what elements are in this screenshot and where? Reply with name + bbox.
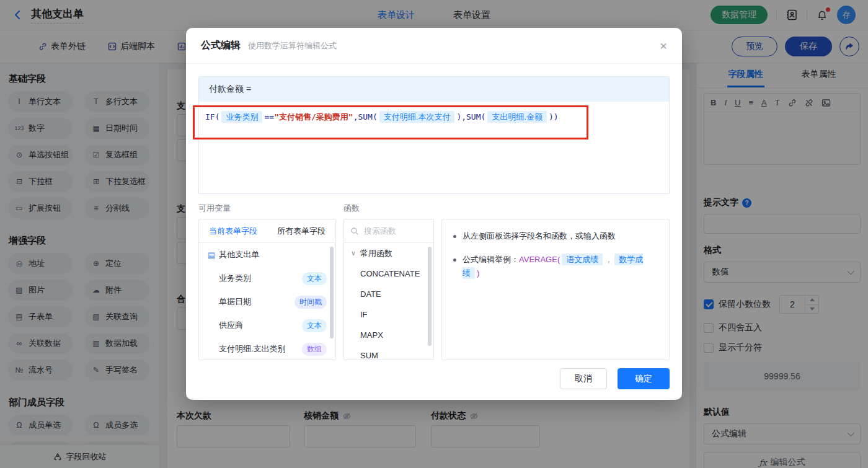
function-name: DATE xyxy=(360,289,381,299)
function-item[interactable]: MAPX xyxy=(344,325,433,345)
formula-target-field: 付款金额 = xyxy=(199,77,669,102)
function-item[interactable]: SUM xyxy=(344,345,433,360)
document-icon: ▤ xyxy=(208,250,215,260)
formula-string: "支付销售/采购费用" xyxy=(274,112,353,121)
variable-name: 业务类别 xyxy=(219,273,251,284)
formula-fn: )) xyxy=(549,112,559,121)
search-icon xyxy=(350,227,359,236)
help-line-2: 公式编辑举例：AVERAGE(语文成绩，数学成绩) xyxy=(453,253,658,280)
variables-tabs: 当前表单字段 所有表单字段 xyxy=(199,219,335,243)
tab-current-form-fields[interactable]: 当前表单字段 xyxy=(199,219,267,242)
variables-label: 可用变量 xyxy=(198,203,336,214)
function-item[interactable]: DATE xyxy=(344,284,433,304)
help-line-1: 从左侧面板选择字段名和函数，或输入函数 xyxy=(453,229,658,243)
bullet-icon xyxy=(453,235,456,238)
function-name: CONCATENATE xyxy=(360,269,420,278)
variable-name: 供应商 xyxy=(219,320,243,331)
help-panel: 从左侧面板选择字段名和函数，或输入函数 公式编辑举例：AVERAGE(语文成绩，… xyxy=(441,219,670,360)
formula-fn: ,SUM( xyxy=(353,112,378,121)
formula-edit-modal: 公式编辑 使用数学运算符编辑公式 × 付款金额 = IF(业务类别=="支付销售… xyxy=(186,28,682,400)
root-label: 其他支出单 xyxy=(219,249,259,260)
functions-panel: ∨常用函数 CONCATENATE DATE IF MAPX SUM ›数学函数… xyxy=(343,219,434,360)
variable-item[interactable]: 供应商文本 xyxy=(199,314,335,337)
type-badge: 时间戳 xyxy=(294,296,327,309)
variables-panel: 当前表单字段 所有表单字段 ▤ 其他支出单 业务类别文本 单据日期时间戳 供应商… xyxy=(198,219,336,360)
function-item[interactable]: CONCATENATE xyxy=(344,263,433,284)
example-fn-open: AVERAGE( xyxy=(519,255,560,264)
cancel-button[interactable]: 取消 xyxy=(560,368,607,389)
formula-operator: == xyxy=(264,112,274,121)
bullet-icon xyxy=(453,258,456,262)
variable-name: 支付明细.支出类别 xyxy=(219,343,286,355)
function-name: MAPX xyxy=(360,330,383,340)
formula-field-token[interactable]: 支出明细.金额 xyxy=(487,111,547,123)
function-group-common[interactable]: ∨常用函数 xyxy=(344,243,433,263)
variable-name: 单据日期 xyxy=(219,296,251,307)
example-label: 公式编辑举例： xyxy=(463,255,519,264)
type-badge: 数组 xyxy=(302,343,327,356)
variable-item[interactable]: 单据日期时间戳 xyxy=(199,290,335,314)
formula-editor: 付款金额 = IF(业务类别=="支付销售/采购费用",SUM(支付明细.本次支… xyxy=(198,76,670,194)
scrollbar-thumb[interactable] xyxy=(428,247,432,346)
modal-subtitle: 使用数学运算符编辑公式 xyxy=(248,40,337,51)
formula-input-area[interactable]: IF(业务类别=="支付销售/采购费用",SUM(支付明细.本次支付),SUM(… xyxy=(199,102,669,193)
formula-fn: ),SUM( xyxy=(456,112,485,121)
help-example: 公式编辑举例：AVERAGE(语文成绩，数学成绩) xyxy=(463,253,658,280)
function-search xyxy=(344,219,433,243)
scrollbar-thumb[interactable] xyxy=(330,247,334,338)
function-item[interactable]: IF xyxy=(344,304,433,325)
formula-fn: IF( xyxy=(205,112,219,121)
close-icon[interactable]: × xyxy=(660,40,667,52)
modal-footer: 取消 确定 xyxy=(560,368,670,389)
formula-field-token[interactable]: 业务类别 xyxy=(221,111,262,123)
function-name: IF xyxy=(360,310,368,319)
variable-item[interactable]: 业务类别文本 xyxy=(199,267,335,290)
function-name: SUM xyxy=(360,351,378,360)
type-badge: 文本 xyxy=(302,319,327,332)
example-separator: ， xyxy=(604,255,613,264)
tab-all-form-fields[interactable]: 所有表单字段 xyxy=(267,219,335,242)
functions-label: 函数 xyxy=(343,203,360,214)
confirm-button[interactable]: 确定 xyxy=(618,368,670,389)
function-search-input[interactable] xyxy=(363,226,418,236)
formula-field-token[interactable]: 支付明细.本次支付 xyxy=(379,111,455,123)
caret-down-icon: ∨ xyxy=(350,249,356,257)
group-label: 常用函数 xyxy=(360,248,392,259)
type-badge: 文本 xyxy=(302,272,327,285)
example-fn-close: ) xyxy=(477,268,479,278)
panel-labels: 可用变量 函数 xyxy=(198,203,670,214)
variable-item[interactable]: 支付明细.支出类别数组 xyxy=(199,337,335,360)
help-text: 从左侧面板选择字段名和函数，或输入函数 xyxy=(463,229,616,243)
modal-header: 公式编辑 使用数学运算符编辑公式 × xyxy=(186,28,682,64)
app-root: 其他支出单 表单设计 表单设置 数据管理 存 表单外链 xyxy=(0,0,868,468)
variables-root-node[interactable]: ▤ 其他支出单 xyxy=(199,243,335,267)
modal-title: 公式编辑 xyxy=(201,39,241,52)
example-field-token: 语文成绩 xyxy=(562,254,603,265)
